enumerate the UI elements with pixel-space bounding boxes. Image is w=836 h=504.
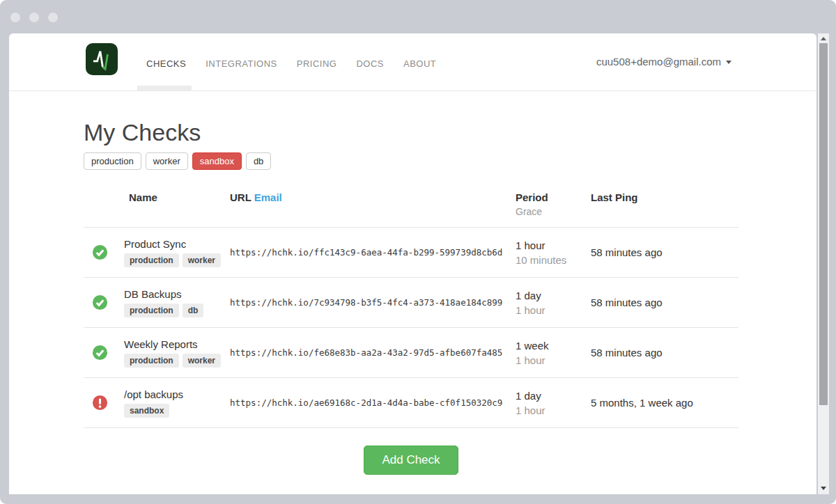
exclamation-circle-icon (92, 395, 108, 411)
page-card: CHECKS INTEGRATIONS PRICING DOCS ABOUT c… (9, 33, 816, 494)
window-dot-icon[interactable] (29, 13, 39, 22)
period-value: 1 hour (516, 239, 591, 251)
nav-item-checks[interactable]: CHECKS (146, 58, 186, 69)
check-tags: production worker (124, 253, 230, 267)
tag-badge: production (124, 304, 179, 317)
check-name-cell: Weekly Reports production worker (124, 338, 230, 368)
caret-down-icon (726, 61, 732, 64)
filter-db[interactable]: db (246, 152, 271, 170)
main-nav: CHECKS INTEGRATIONS PRICING DOCS ABOUT (146, 58, 436, 69)
page-title: My Checks (84, 119, 816, 145)
nav-item-integrations[interactable]: INTEGRATIONS (206, 58, 277, 69)
ping-url[interactable]: https://hchk.io/7c934798-b3f5-4fc4-a373-… (230, 297, 516, 308)
tag-filters: production worker sandbox db (84, 152, 816, 170)
period-value: 1 week (516, 340, 591, 352)
ping-url[interactable]: https://hchk.io/fe68e83b-aa2a-43a2-97d5-… (230, 347, 516, 358)
scroll-up-arrow-icon[interactable] (818, 33, 829, 43)
site-header: CHECKS INTEGRATIONS PRICING DOCS ABOUT c… (9, 33, 816, 91)
nav-item-pricing[interactable]: PRICING (297, 58, 337, 69)
ping-url[interactable]: https://hchk.io/ae69168c-2d1a-4d4a-babe-… (230, 397, 516, 408)
tag-badge: sandbox (124, 404, 169, 418)
grace-value: 1 hour (516, 304, 591, 316)
check-circle-icon (92, 294, 108, 310)
column-header-last-ping: Last Ping (591, 191, 738, 203)
last-ping-value: 58 minutes ago (591, 347, 738, 359)
scroll-down-arrow-icon[interactable] (818, 483, 829, 493)
check-name[interactable]: DB Backups (124, 288, 230, 300)
last-ping-value: 5 months, 1 week ago (591, 397, 738, 409)
account-email: cuu508+demo@gmail.com (596, 56, 721, 68)
grace-value: 1 hour (516, 404, 591, 416)
window-dot-icon[interactable] (10, 13, 20, 22)
last-ping-value: 58 minutes ago (591, 297, 738, 308)
account-menu[interactable]: cuu508+demo@gmail.com (596, 56, 732, 68)
url-header-label: URL (230, 191, 251, 203)
email-header-link[interactable]: Email (254, 191, 282, 203)
period-value: 1 day (516, 390, 591, 402)
check-name[interactable]: /opt backups (124, 388, 230, 400)
period-header-label: Period (516, 191, 591, 203)
check-name[interactable]: Weekly Reports (124, 338, 230, 350)
filter-worker[interactable]: worker (146, 152, 188, 170)
table-row[interactable]: Product Sync production worker https://h… (84, 228, 738, 278)
checks-table: Name URL Email Period Grace Last Ping (84, 191, 738, 428)
check-name-cell: DB Backups production db (124, 288, 230, 317)
window-controls (10, 13, 58, 22)
period-cell: 1 day 1 hour (516, 290, 591, 316)
tag-badge: worker (183, 253, 221, 267)
tag-badge: db (183, 304, 204, 317)
tag-badge: worker (183, 354, 221, 368)
table-row[interactable]: DB Backups production db https://hchk.io… (84, 278, 738, 328)
tag-badge: production (124, 253, 179, 267)
filter-production[interactable]: production (84, 152, 141, 170)
check-name[interactable]: Product Sync (124, 238, 230, 250)
vertical-scrollbar[interactable] (818, 33, 829, 494)
heartbeat-logo-icon (90, 47, 114, 71)
table-row[interactable]: Weekly Reports production worker https:/… (84, 328, 738, 378)
window-dot-icon[interactable] (48, 13, 58, 22)
check-circle-icon (92, 244, 108, 260)
period-cell: 1 hour 10 minutes (516, 239, 591, 266)
check-tags: production db (124, 304, 230, 317)
column-header-url: URL Email (230, 191, 516, 203)
add-check-container: Add Check (84, 446, 738, 475)
nav-item-docs[interactable]: DOCS (356, 58, 384, 69)
scrollbar-thumb[interactable] (819, 43, 828, 405)
table-row[interactable]: /opt backups sandbox https://hchk.io/ae6… (84, 378, 738, 428)
filter-sandbox[interactable]: sandbox (192, 152, 242, 170)
tag-badge: production (124, 354, 179, 368)
active-tab-indicator (137, 86, 192, 90)
period-cell: 1 day 1 hour (516, 390, 591, 416)
last-ping-value: 58 minutes ago (591, 246, 738, 258)
ping-url[interactable]: https://hchk.io/ffc143c9-6aea-44fa-b299-… (230, 247, 516, 258)
period-value: 1 day (516, 290, 591, 301)
main-content: My Checks production worker sandbox db N… (9, 119, 816, 475)
check-tags: production worker (124, 354, 230, 368)
grace-value: 1 hour (516, 354, 591, 366)
healthchecks-logo-icon[interactable] (86, 43, 118, 75)
table-header: Name URL Email Period Grace Last Ping (84, 191, 738, 228)
period-cell: 1 week 1 hour (516, 340, 591, 366)
column-header-name: Name (124, 191, 230, 203)
add-check-button[interactable]: Add Check (364, 446, 458, 475)
check-name-cell: /opt backups sandbox (124, 388, 230, 418)
grace-header-label: Grace (516, 206, 591, 217)
check-name-cell: Product Sync production worker (124, 238, 230, 267)
grace-value: 10 minutes (516, 254, 591, 266)
nav-item-about[interactable]: ABOUT (403, 58, 436, 69)
check-circle-icon (92, 345, 108, 361)
column-header-period: Period Grace (516, 191, 591, 217)
check-tags: sandbox (124, 404, 230, 418)
browser-window: CHECKS INTEGRATIONS PRICING DOCS ABOUT c… (0, 0, 836, 504)
